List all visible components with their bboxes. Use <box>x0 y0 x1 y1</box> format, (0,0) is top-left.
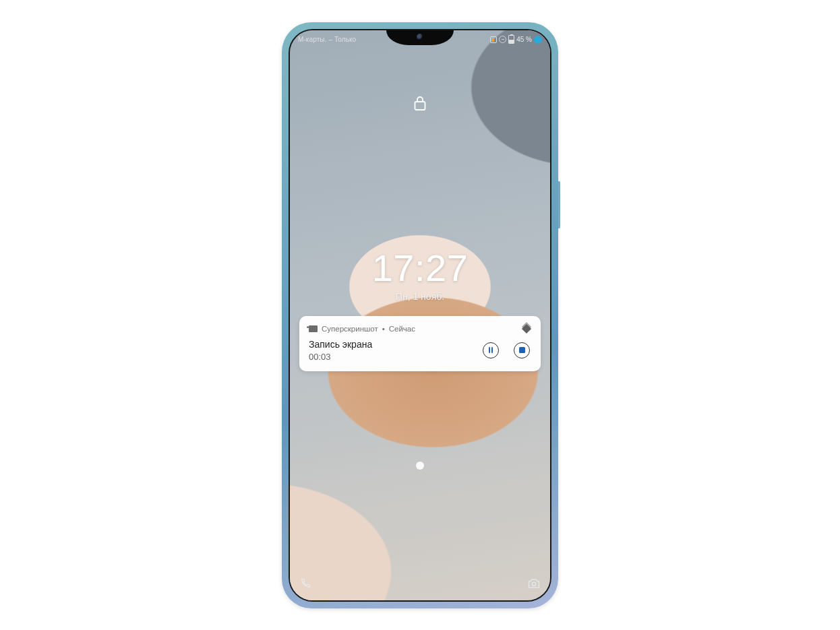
clock-status-icon <box>499 36 506 43</box>
status-right-cluster: 45 % <box>490 35 542 44</box>
battery-percent: 45 % <box>516 36 532 43</box>
notification-elapsed: 00:03 <box>309 352 483 362</box>
home-indicator-dot[interactable] <box>416 462 424 470</box>
clock-date: Пн, 1 нояб. <box>290 291 550 302</box>
camera-shortcut[interactable] <box>527 577 541 592</box>
pause-icon <box>489 347 493 353</box>
status-bubble-icon <box>534 36 542 44</box>
lockscreen-clock: 17:27 Пн, 1 нояб. <box>290 246 550 302</box>
pause-recording-button[interactable] <box>483 342 499 358</box>
notification-title: Запись экрана <box>309 339 483 351</box>
wallpaper <box>290 30 550 600</box>
phone-frame: М-карты. – Только 45 % 17:27 Пн, 1 нояб. <box>282 22 558 608</box>
phone-screen: М-карты. – Только 45 % 17:27 Пн, 1 нояб. <box>289 29 551 602</box>
phone-shortcut[interactable] <box>299 577 311 592</box>
screen-recording-notification[interactable]: Суперскриншот • Сейчас Запись экрана 00:… <box>299 316 541 372</box>
lock-icon <box>413 95 427 114</box>
video-camera-icon <box>309 325 318 332</box>
status-carrier-text: М-карты. – Только <box>298 36 356 43</box>
sim-icon <box>490 36 497 43</box>
notification-separator: • <box>382 325 385 333</box>
clock-time: 17:27 <box>290 246 550 290</box>
notification-time-label: Сейчас <box>389 325 415 333</box>
stacked-notifications-icon[interactable] <box>522 324 531 334</box>
battery-icon <box>508 35 514 44</box>
stop-recording-button[interactable] <box>514 342 530 358</box>
svg-point-1 <box>532 582 535 586</box>
svg-rect-0 <box>415 102 425 110</box>
stop-icon <box>519 347 525 353</box>
notification-header: Суперскриншот • Сейчас <box>309 324 531 334</box>
notification-app-name: Суперскриншот <box>322 325 378 333</box>
